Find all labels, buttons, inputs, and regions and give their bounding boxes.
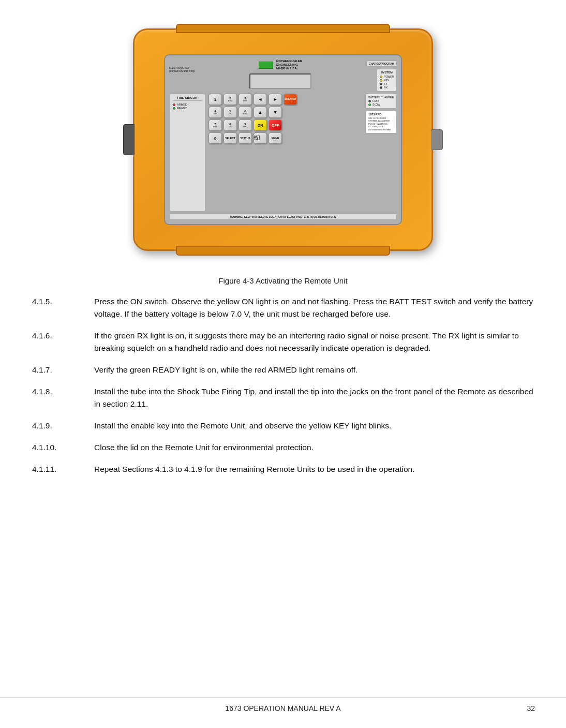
key-4[interactable]: 4GHI [208,107,222,118]
key-menu[interactable]: MENU [269,132,282,144]
fast-indicator-row: FAST [368,99,394,102]
key-down-arrow[interactable]: ▼ [269,107,282,118]
keypad-row-2: 4GHI 5JKL 6MNO ▲ ▼ [208,107,362,118]
brand-green-rect [259,62,273,69]
section-416-text: If the green RX light is on, it suggests… [94,330,534,354]
key-1[interactable]: 1 [208,94,222,105]
brand-line3: MADE IN USA [276,67,302,70]
key-batt-test[interactable]: BATT TEST [254,132,267,144]
section-416-num: 4.1.6. [32,330,94,354]
key-off[interactable]: OFF [269,120,282,131]
key-status[interactable]: STATUS [239,132,252,144]
rx-label: RX [384,86,388,89]
section-418-num: 4.1.8. [32,385,94,410]
charge-program-button[interactable]: CHARGE/PROGRAM [366,61,397,67]
rx-indicator-row: RX [380,86,394,89]
section-418-text: Install the tube into the Shock Tube Fir… [94,385,534,410]
keypad-row-1: 1 2ABC 3DEF ◄ ► DISARM [208,94,362,105]
handle-bottom [176,246,390,256]
section-419-text: Install the enable key into the Remote U… [94,420,534,432]
ready-label: READY [177,107,187,110]
connector-left [123,124,135,155]
key-led [380,79,382,82]
key-up-arrow[interactable]: ▲ [254,107,267,118]
section-419-num: 4.1.9. [32,420,94,432]
key-label-line1: ELECTRONIC KEY [169,67,189,69]
section-415-text: Press the ON switch. Observe the yellow … [94,295,534,320]
section-417: 4.1.7. Verify the green READY light is o… [32,364,534,376]
section-4110: 4.1.10. Close the lid on the Remote Unit… [32,441,534,454]
ready-led [173,107,175,110]
slow-led [368,103,371,106]
key-6[interactable]: 6MNO [239,107,252,118]
section-417-num: 4.1.7. [32,364,94,376]
power-led [380,76,382,78]
slow-indicator-row: SLOW [368,103,394,106]
section-419: 4.1.9. Install the enable key into the R… [32,420,534,432]
footer-page-number: 32 [527,704,535,712]
section-418: 4.1.8. Install the tube into the Shock T… [32,385,534,410]
right-top-area: CHARGE/PROGRAM SYSTEM POWER KEY [366,61,397,92]
section-415: 4.1.5. Press the ON switch. Observe the … [32,295,534,320]
brand-line2: ENGINEERING [276,63,302,67]
content-area: 4.1.5. Press the ON switch. Observe the … [32,295,534,485]
battery-charger-panel: BATTERY CHARGER FAST SLOW [365,94,397,109]
key-on[interactable]: ON [254,120,267,131]
page-footer: 1673 OPERATION MANUAL REV A 32 [0,697,566,712]
brand-line1: ROTHENBUHLER [276,60,302,63]
system-title: SYSTEM [380,71,394,74]
center-brand-area: ROTHENBUHLER ENGINEERING MADE IN USA [249,60,311,90]
section-4111: 4.1.11. Repeat Sections 4.1.3 to 4.1.9 f… [32,463,534,476]
device-image-container: ELECTRONIC KEY (Remove key after firing)… [107,16,459,264]
power-indicator-row: POWER [380,75,394,78]
key-7[interactable]: 7PRS [208,120,222,131]
section-4111-text: Repeat Sections 4.1.3 to 4.1.9 for the r… [94,463,534,476]
device-inner-panel: ELECTRONIC KEY (Remove key after firing)… [164,54,402,225]
fire-circuit-area: FIRE CIRCUIT ARMED READY [169,94,205,212]
rfd-label-area: 1673 RFD S/N: 1673-2-92003 SYSTEM: 12345… [365,111,397,133]
fire-circuit-title: FIRE CIRCUIT [173,96,202,101]
keypad-area: 1 2ABC 3DEF ◄ ► DISARM 4GHI 5JKL 6MNO [208,94,362,212]
brand-area: ROTHENBUHLER ENGINEERING MADE IN USA [259,60,302,71]
handle-top [176,24,390,33]
key-2[interactable]: 2ABC [224,94,237,105]
section-417-text: Verify the green READY light is on, whil… [94,364,534,376]
tx-label: TX [384,82,387,85]
key-0[interactable]: 0 [208,132,222,144]
key-left-arrow[interactable]: ◄ [254,94,267,105]
key-9[interactable]: 9WXY [239,120,252,131]
key-sys-label: KEY [384,79,389,82]
armed-led [173,103,175,106]
armed-indicator-row: ARMED [173,103,202,106]
rfd-note: Do not remove this label [368,128,394,131]
key-select[interactable]: SELECT [224,132,237,144]
key-label-line2: (Remove key after firing) [169,70,195,72]
connector-right [431,129,443,150]
key-indicator-row: KEY [380,79,394,82]
ready-indicator-row: READY [173,107,202,110]
section-4111-num: 4.1.11. [32,463,94,476]
keypad-row-4: 0 SELECT STATUS BATT TEST MENU [208,132,362,144]
key-disarm[interactable]: DISARM [284,94,297,105]
section-416: 4.1.6. If the green RX light is on, it s… [32,330,534,354]
section-4110-text: Close the lid on the Remote Unit for env… [94,441,534,454]
panel-top-row: ELECTRONIC KEY (Remove key after firing)… [169,60,397,92]
display-screen [249,73,311,89]
keypad-row-3: 7PRS 8TUV 9WXY ON OFF [208,120,362,131]
right-side-panel: BATTERY CHARGER FAST SLOW 1673 RFD [365,94,397,212]
section-4110-num: 4.1.10. [32,441,94,454]
key-5[interactable]: 5JKL [224,107,237,118]
key-8[interactable]: 8TUV [224,120,237,131]
key-3[interactable]: 3DEF [239,94,252,105]
tx-led [380,83,382,85]
armed-label: ARMED [177,103,187,106]
rx-led [380,86,382,89]
key-right-arrow[interactable]: ► [269,94,282,105]
fast-label: FAST [373,99,379,102]
footer-center-text: 1673 OPERATION MANUAL REV A [225,704,340,712]
main-content-row: FIRE CIRCUIT ARMED READY [169,94,397,212]
system-panel: SYSTEM POWER KEY TX [377,69,397,92]
fast-led [368,100,371,102]
warning-bar: WARNING! KEEP IN A SECURE LOCATION AT LE… [169,214,397,220]
slow-label: SLOW [373,103,380,106]
